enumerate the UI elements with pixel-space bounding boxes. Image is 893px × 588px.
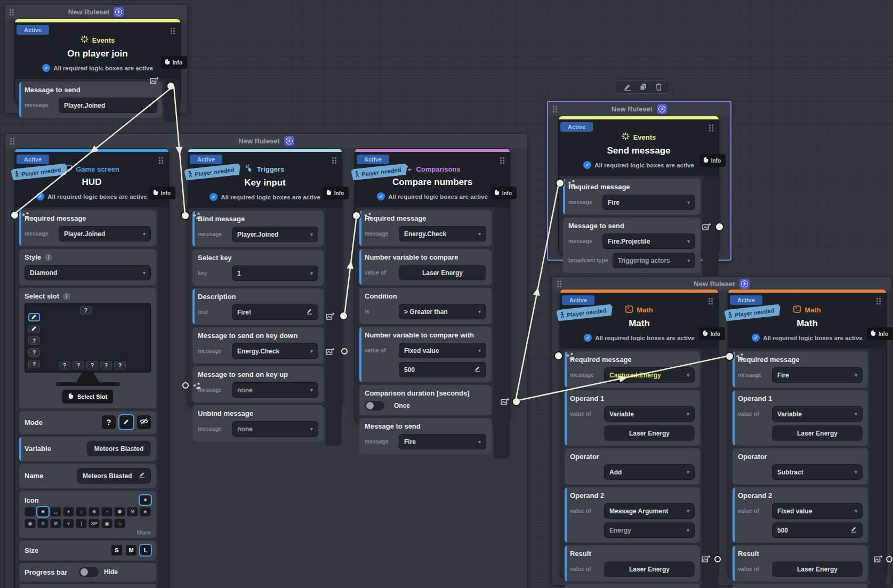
value-source-dropdown[interactable]: Variable▾	[772, 406, 863, 422]
icon-option[interactable]: ⌂	[76, 507, 87, 517]
slot-bottom-4[interactable]: ?	[100, 361, 112, 369]
variable-button[interactable]: Laser Energy	[399, 265, 486, 280]
drag-handle-icon[interactable]	[332, 157, 337, 164]
delete-icon[interactable]	[655, 83, 662, 91]
slot-top[interactable]: ?	[80, 306, 92, 315]
drag-handle-icon[interactable]	[876, 297, 881, 305]
mode-unknown-button[interactable]: ?	[102, 415, 116, 429]
message-dropdown[interactable]: none▾	[232, 421, 318, 437]
fixed-value-field[interactable]: 500	[772, 522, 863, 538]
output-port[interactable]	[886, 556, 892, 562]
ruleset-a-header[interactable]: New Ruleset +	[5, 5, 187, 19]
mode-edit-button[interactable]	[119, 415, 133, 429]
style-dropdown[interactable]: Diamond▾	[25, 265, 151, 280]
icon-option[interactable]: ✸	[37, 507, 49, 517]
size-m-button[interactable]: M	[126, 545, 136, 555]
input-port[interactable]	[182, 212, 189, 219]
message-dropdown[interactable]: Energy.Check▾	[399, 226, 486, 241]
output-port-key-up[interactable]	[341, 348, 348, 355]
message-dropdown[interactable]: Captured.Energy▾	[604, 367, 695, 383]
output-port[interactable]	[167, 83, 174, 90]
output-port[interactable]	[513, 398, 520, 405]
message-dropdown[interactable]: Fire▾	[399, 434, 486, 449]
message-dropdown[interactable]: Fire.Projectile▾	[602, 233, 695, 249]
icon-option[interactable]: ♨	[114, 519, 125, 528]
selection-toolbar[interactable]	[616, 80, 670, 94]
drag-handle-icon[interactable]	[500, 157, 505, 164]
drag-handle-icon[interactable]	[10, 138, 15, 145]
input-port[interactable]	[726, 353, 733, 360]
operator-dropdown[interactable]: Add▾	[604, 464, 695, 480]
icon-option[interactable]: ☢	[50, 519, 61, 528]
drag-handle-icon[interactable]	[557, 280, 562, 288]
variable-button[interactable]: Laser Energy	[604, 561, 695, 577]
slot-left-2[interactable]	[28, 325, 40, 333]
icon-option[interactable]: ❊	[37, 519, 49, 528]
info-tab[interactable]: Info	[867, 327, 893, 340]
value-source-dropdown[interactable]: Message Argument▾	[604, 503, 695, 519]
more-icons-link[interactable]: More	[25, 529, 151, 536]
card-math-subtract[interactable]: Active Player needed Math Math ✓All requ…	[728, 289, 886, 577]
card-key-input[interactable]: Active Player needed Triggers Key input …	[188, 149, 342, 406]
info-tab[interactable]: Info	[699, 154, 726, 167]
value-source-dropdown[interactable]: Fixed value▾	[399, 343, 486, 358]
size-l-button[interactable]: L	[140, 545, 151, 555]
size-s-button[interactable]: S	[111, 545, 122, 555]
output-port[interactable]	[716, 223, 723, 230]
slot-bottom-1[interactable]: ?	[59, 361, 70, 369]
description-field[interactable]: Fire!	[232, 304, 318, 320]
add-rule-button[interactable]: +	[657, 104, 667, 114]
variable-button[interactable]: Laser Energy	[772, 425, 863, 441]
message-dropdown[interactable]: Energy.Check▾	[232, 343, 318, 359]
message-dropdown[interactable]: Fire▾	[602, 195, 695, 210]
icon-option[interactable]: ▣	[101, 519, 112, 528]
info-icon[interactable]: i	[63, 293, 70, 300]
info-icon[interactable]: i	[45, 254, 52, 261]
duplicate-icon[interactable]	[640, 83, 647, 91]
ruleset-b-header[interactable]: New Ruleset +	[5, 134, 527, 148]
icon-option[interactable]: ⑂	[63, 519, 74, 528]
card-compare-numbers[interactable]: Active Player needed Comparisons Compare…	[355, 149, 510, 422]
card-hud[interactable]: Active Player needed Game screen HUD ✓Al…	[15, 149, 168, 588]
icon-option[interactable]: ∗	[140, 507, 151, 517]
operator-dropdown[interactable]: Subtract▾	[772, 464, 863, 480]
add-rule-button[interactable]: +	[739, 279, 750, 289]
slot-bottom-5[interactable]: ?	[114, 361, 126, 369]
icon-option[interactable]: XP	[89, 519, 100, 528]
slot-bottom-3[interactable]: ?	[86, 361, 98, 369]
icon-option[interactable]	[25, 507, 36, 517]
icon-option[interactable]: ⚒	[127, 507, 138, 517]
key-dropdown[interactable]: 1▾	[232, 265, 318, 281]
drag-handle-icon[interactable]	[9, 9, 14, 16]
drag-handle-icon[interactable]	[552, 106, 558, 113]
input-port[interactable]	[555, 352, 562, 359]
variable-button[interactable]: Laser Energy	[604, 425, 695, 441]
slot-left-4[interactable]: ?	[28, 348, 40, 357]
drag-handle-icon[interactable]	[158, 157, 164, 164]
icon-option[interactable]: ◔	[101, 507, 112, 517]
slot-bottom-2[interactable]: ?	[73, 361, 84, 369]
info-tab[interactable]: Info	[323, 187, 349, 199]
info-tab[interactable]: Info	[699, 327, 725, 340]
input-port[interactable]	[11, 212, 18, 219]
icon-option[interactable]: ◡	[50, 507, 61, 517]
input-port[interactable]	[557, 180, 564, 187]
slot-left-3[interactable]: ?	[28, 336, 40, 345]
icon-option[interactable]: ❃	[89, 507, 100, 517]
add-rule-button[interactable]: +	[284, 136, 294, 146]
slot-left-1[interactable]	[28, 313, 40, 321]
output-port[interactable]	[714, 556, 721, 562]
progress-bar-toggle[interactable]	[79, 567, 99, 577]
message-dropdown[interactable]: Fire▾	[772, 367, 863, 383]
fixed-value-field[interactable]: 500	[399, 362, 486, 377]
input-port[interactable]	[353, 212, 360, 219]
condition-dropdown[interactable]: > Greater than▾	[399, 304, 486, 319]
drag-handle-icon[interactable]	[708, 297, 713, 305]
node-editor-canvas[interactable]: New Ruleset + Active Events On player jo…	[0, 0, 893, 588]
value-source-dropdown[interactable]: Variable▾	[604, 406, 695, 422]
info-tab[interactable]: Info	[161, 56, 187, 69]
value-source-dropdown[interactable]: Fixed value▾	[772, 503, 863, 519]
card-on-player-join[interactable]: Active Events On player join ✓All requir…	[15, 19, 180, 103]
info-tab[interactable]: Info	[490, 187, 517, 199]
variable-button[interactable]: Meteors Blasted	[87, 441, 151, 456]
